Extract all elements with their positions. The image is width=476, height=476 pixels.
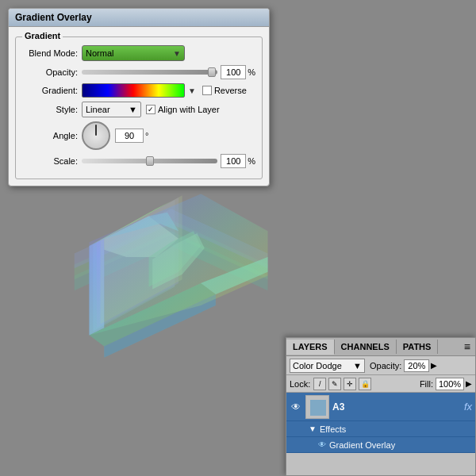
- opacity-percent: %: [248, 67, 255, 77]
- reverse-checkbox[interactable]: [202, 86, 212, 95]
- align-check[interactable]: ✓ Align with Layer: [146, 105, 220, 114]
- scale-slider-thumb[interactable]: [146, 156, 154, 166]
- blend-mode-label: Blend Mode:: [22, 48, 78, 58]
- reverse-check[interactable]: Reverse: [202, 86, 247, 95]
- layers-blend-value: Color Dodge: [293, 361, 342, 370]
- style-value: Linear: [86, 105, 110, 114]
- opacity-slider-track[interactable]: [82, 70, 217, 75]
- layer-a3[interactable]: 👁 A3 fx: [286, 393, 475, 421]
- scale-slider-track[interactable]: [82, 159, 217, 163]
- layers-opacity-arrow-icon[interactable]: ▶: [431, 361, 437, 370]
- panel-menu-icon[interactable]: ≡: [459, 338, 475, 355]
- style-arrow-icon: ▼: [129, 105, 137, 114]
- scale-slider-container: 100 %: [82, 154, 255, 168]
- blend-mode-row-layers: Color Dodge ▼ Opacity: 20% ▶: [286, 356, 475, 375]
- fx-badge: fx: [464, 401, 472, 413]
- blend-mode-row: Blend Mode: Normal ▼: [22, 45, 255, 61]
- style-label: Style:: [22, 105, 78, 114]
- gradient-row: Gradient: ▼ Reverse: [22, 83, 255, 98]
- layers-panel: LAYERS CHANNELS PATHS ≡ Color Dodge ▼ Op…: [286, 337, 476, 476]
- layer-a3-visibility-toggle[interactable]: 👁: [290, 401, 302, 413]
- reverse-label: Reverse: [214, 86, 247, 95]
- scale-value[interactable]: 100: [221, 154, 246, 168]
- blend-mode-value: Normal: [86, 48, 113, 58]
- layers-opacity-value[interactable]: 20%: [404, 359, 429, 372]
- opacity-value[interactable]: 100: [221, 65, 246, 79]
- lock-all-icon[interactable]: 🔒: [359, 378, 371, 390]
- effects-sub-layer: ▼ Effects: [286, 421, 475, 437]
- gradient-dropdown-icon: ▼: [188, 86, 196, 95]
- angle-row: Angle: 90 °: [22, 121, 255, 150]
- opacity-slider-container: 100 %: [82, 65, 255, 79]
- fill-arrow-icon[interactable]: ▶: [466, 379, 472, 388]
- layers-panel-header: LAYERS CHANNELS PATHS ≡: [286, 338, 475, 356]
- gradient-group: Gradient Blend Mode: Normal ▼ Opacity:: [15, 36, 263, 179]
- fill-value[interactable]: 100%: [436, 378, 464, 390]
- angle-value[interactable]: 90: [115, 129, 144, 143]
- opacity-label: Opacity:: [22, 67, 78, 77]
- gradient-bar[interactable]: [82, 83, 185, 98]
- blend-mode-arrow-icon: ▼: [173, 49, 181, 58]
- tab-channels[interactable]: CHANNELS: [335, 340, 397, 354]
- angle-label: Angle:: [22, 131, 78, 140]
- layers-blend-select[interactable]: Color Dodge ▼: [290, 359, 365, 373]
- svg-rect-18: [310, 400, 326, 416]
- gradient-overlay-dialog: Gradient Overlay Gradient Blend Mode: No…: [8, 8, 270, 186]
- degree-symbol: °: [145, 131, 148, 140]
- eye-icon: 👁: [291, 401, 301, 413]
- gradient-overlay-label: Gradient Overlay: [329, 440, 395, 450]
- tab-layers[interactable]: LAYERS: [286, 340, 335, 355]
- effects-label: Effects: [320, 424, 346, 434]
- opacity-row: Opacity: 100 %: [22, 65, 255, 79]
- scale-percent: %: [248, 156, 255, 166]
- style-row: Style: Linear ▼ ✓ Align with Layer: [22, 102, 255, 117]
- style-select[interactable]: Linear ▼: [82, 102, 141, 117]
- scale-label: Scale:: [22, 156, 78, 166]
- opacity-slider-thumb[interactable]: [208, 67, 216, 77]
- angle-needle-icon: [95, 125, 97, 136]
- align-label: Align with Layer: [158, 105, 220, 114]
- lock-image-icon[interactable]: ✎: [328, 378, 341, 390]
- angle-dial[interactable]: [82, 121, 110, 150]
- align-checkbox[interactable]: ✓: [146, 105, 155, 114]
- canvas-area: Gradient Overlay Gradient Blend Mode: No…: [0, 0, 476, 476]
- tab-paths[interactable]: PATHS: [397, 340, 439, 354]
- scale-row: Scale: 100 %: [22, 154, 255, 168]
- lock-label: Lock:: [290, 379, 310, 389]
- layer-a3-thumbnail: [305, 395, 329, 419]
- gradient-group-title: Gradient: [22, 31, 63, 40]
- layers-blend-arrow-icon: ▼: [353, 361, 362, 370]
- effect-visibility-icon[interactable]: 👁: [318, 440, 326, 449]
- lock-row: Lock: / ✎ ✛ 🔒 Fill: 100% ▶: [286, 375, 475, 393]
- gradient-label: Gradient:: [22, 86, 78, 95]
- lock-transparent-icon[interactable]: /: [313, 378, 326, 390]
- lock-icons: / ✎ ✛ 🔒: [313, 378, 420, 390]
- blend-mode-select[interactable]: Normal ▼: [82, 45, 185, 61]
- fill-label: Fill:: [420, 379, 433, 389]
- lock-position-icon[interactable]: ✛: [344, 378, 356, 390]
- layers-opacity-label: Opacity:: [370, 361, 401, 370]
- gradient-overlay-sub-layer: 👁 Gradient Overlay: [286, 437, 475, 453]
- dialog-title: Gradient Overlay: [9, 9, 269, 27]
- layer-a3-name: A3: [332, 401, 461, 413]
- effects-expand-icon[interactable]: ▼: [309, 424, 317, 433]
